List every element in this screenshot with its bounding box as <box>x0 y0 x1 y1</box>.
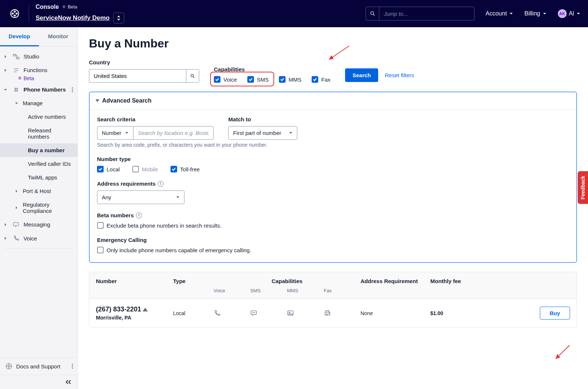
th-sub-fax: Fax <box>324 288 361 293</box>
sidebar-item-docs[interactable]: Docs and Support <box>0 358 78 375</box>
sidebar-item-messaging[interactable]: Messaging <box>0 218 78 231</box>
more-icon[interactable] <box>72 364 73 369</box>
fax-cap-icon <box>324 310 361 317</box>
th-sub-sms: SMS <box>250 288 287 293</box>
sidebar-separator <box>4 248 73 249</box>
chevron-right-icon <box>4 68 9 72</box>
advanced-search-toggle[interactable]: Advanced Search <box>90 92 576 110</box>
account-menu[interactable]: Account <box>485 10 513 17</box>
sidebar-label: TwiML apps <box>28 174 73 181</box>
sidebar-item-port-host[interactable]: Port & Host <box>0 184 78 198</box>
checkbox-local[interactable]: Local <box>97 166 120 172</box>
sidebar-item-voice[interactable]: Voice <box>0 231 78 245</box>
th-address: Address Requirement <box>361 278 430 284</box>
search-criteria-label: Search criteria <box>97 116 214 122</box>
checkbox-box <box>97 222 104 229</box>
tab-develop[interactable]: Develop <box>0 27 39 46</box>
address-req-select[interactable]: Any <box>97 190 184 204</box>
global-search[interactable] <box>366 7 474 21</box>
search-button[interactable]: Search <box>345 68 378 82</box>
sidebar-item-studio[interactable]: Studio <box>0 50 78 63</box>
svg-rect-23 <box>326 310 329 312</box>
row-type: Local <box>173 310 214 316</box>
chevron-down-icon <box>15 101 20 105</box>
country-label: Country <box>89 59 199 65</box>
sidebar-collapse[interactable] <box>0 375 78 389</box>
topbar: Console Beta ServiceNow Notify Demo Acco… <box>0 0 588 27</box>
criteria-select[interactable]: Number <box>97 126 133 140</box>
checkbox-sms[interactable]: SMS <box>247 76 269 83</box>
select-value: Number <box>102 130 121 136</box>
chevron-right-icon <box>15 189 20 193</box>
tab-monitor[interactable]: Monitor <box>39 27 78 46</box>
feedback-tab[interactable]: Feedback <box>578 171 588 204</box>
checkbox-tollfree[interactable]: Toll-free <box>171 166 200 172</box>
phone-icon <box>12 235 21 242</box>
checkbox-box <box>171 166 177 172</box>
beta-text: Beta <box>68 4 77 10</box>
country-search-button[interactable] <box>186 69 199 83</box>
checkbox-voice[interactable]: Voice <box>214 76 237 83</box>
checkbox-fax[interactable]: Fax <box>312 76 330 83</box>
sidebar-bottom: Docs and Support <box>0 357 78 375</box>
user-menu[interactable]: AK Al <box>558 9 581 18</box>
project-switch-button[interactable] <box>113 13 124 24</box>
project-name[interactable]: ServiceNow Notify Demo <box>36 14 110 22</box>
buy-button[interactable]: Buy <box>540 307 570 320</box>
sidebar-item-released-numbers[interactable]: Released numbers <box>0 124 78 143</box>
criteria-input[interactable] <box>133 126 214 140</box>
checkbox-mobile[interactable]: Mobile <box>132 166 158 172</box>
criteria-hint: Search by area code, prefix, or characte… <box>97 142 569 148</box>
more-icon[interactable] <box>72 87 73 92</box>
match-select[interactable]: First part of number <box>228 126 297 140</box>
sms-cap-icon <box>250 310 287 317</box>
sidebar-item-active-numbers[interactable]: Active numbers <box>0 110 78 124</box>
reset-filters-button[interactable]: Reset filters <box>385 72 414 78</box>
sidebar-label: Messaging <box>24 221 73 228</box>
account-label: Account <box>485 10 507 17</box>
avatar-name: Al <box>569 10 574 17</box>
docs-icon <box>4 363 13 370</box>
sidebar-tabs: Develop Monitor <box>0 27 78 47</box>
checkbox-label: MMS <box>288 76 301 83</box>
sidebar-item-manage[interactable]: Manage <box>0 96 78 110</box>
triangle-down-icon <box>96 99 99 102</box>
checkbox-emergency[interactable]: Only include phone numbers capable of em… <box>97 247 569 253</box>
sidebar-label: Released numbers <box>28 127 73 140</box>
beta-badge: Beta <box>62 4 77 10</box>
svg-point-24 <box>329 313 329 314</box>
svg-line-25 <box>556 345 570 359</box>
checkbox-mms[interactable]: MMS <box>279 76 301 83</box>
sidebar-label: Active numbers <box>28 114 73 120</box>
info-icon[interactable]: i <box>158 181 164 187</box>
brand-logo <box>7 6 22 21</box>
triangle-up-icon <box>143 308 148 311</box>
checkbox-exclude-beta[interactable]: Exclude beta phone numbers in search res… <box>97 222 569 229</box>
row-location: Morrisville, PA <box>96 315 173 321</box>
svg-point-18 <box>191 74 193 77</box>
country-input[interactable] <box>89 69 186 83</box>
checkbox-label: Voice <box>223 76 237 83</box>
sidebar-item-functions[interactable]: Functions <box>0 63 78 77</box>
sidebar-item-buy-number[interactable]: Buy a number <box>0 143 78 157</box>
functions-icon <box>12 67 21 73</box>
sidebar-label: Voice <box>24 235 73 242</box>
info-icon[interactable]: i <box>136 213 142 218</box>
sidebar-item-twiml-apps[interactable]: TwiML apps <box>0 171 78 184</box>
sidebar-item-phone-numbers[interactable]: Phone Numbers <box>0 83 78 96</box>
main-content: Buy a Number Country Capabilities <box>78 27 588 389</box>
mms-cap-icon <box>287 310 324 317</box>
select-value: Any <box>102 194 111 200</box>
sidebar-label: Manage <box>23 100 73 106</box>
search-input[interactable] <box>379 11 474 17</box>
svg-point-9 <box>72 89 73 90</box>
checkbox-label: Mobile <box>142 166 158 172</box>
sidebar-label: Studio <box>24 53 73 60</box>
svg-rect-7 <box>17 57 19 59</box>
th-sub-mms: MMS <box>287 288 324 293</box>
sidebar-item-regulatory[interactable]: Regulatory Compliance <box>0 198 78 218</box>
country-field[interactable] <box>89 69 199 83</box>
sidebar-item-verified-caller[interactable]: Verified caller IDs <box>0 157 78 171</box>
billing-menu[interactable]: Billing <box>524 10 547 17</box>
svg-point-15 <box>72 366 73 367</box>
